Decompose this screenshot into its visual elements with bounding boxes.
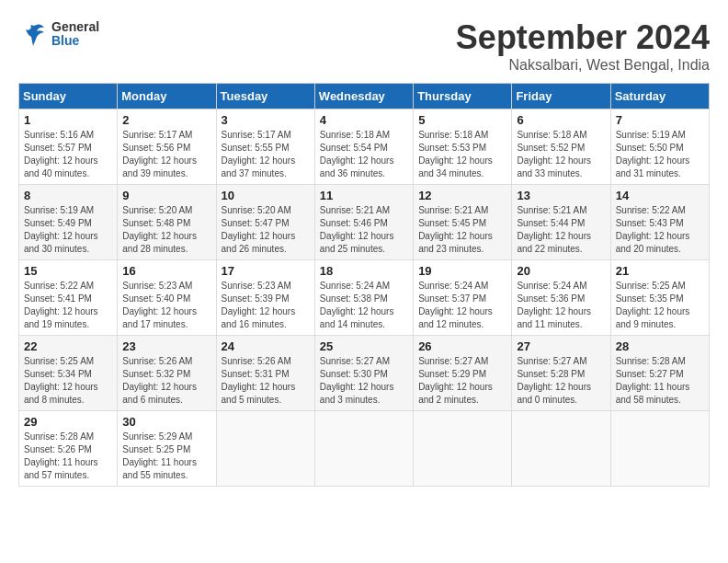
logo-text: General Blue <box>51 20 99 49</box>
weekday-header: Saturday <box>610 84 709 109</box>
weekday-header: Friday <box>512 84 610 109</box>
day-number: 26 <box>418 339 506 353</box>
day-number: 2 <box>122 113 210 127</box>
day-number: 10 <box>222 189 310 202</box>
day-info: Sunrise: 5:25 AMSunset: 5:35 PMDaylight:… <box>616 280 704 331</box>
calendar-cell: 17Sunrise: 5:23 AMSunset: 5:39 PMDayligh… <box>216 260 314 336</box>
day-info: Sunrise: 5:29 AMSunset: 5:25 PMDaylight:… <box>122 431 210 482</box>
calendar-cell <box>314 411 413 487</box>
day-info: Sunrise: 5:22 AMSunset: 5:43 PMDaylight:… <box>616 204 704 256</box>
day-info: Sunrise: 5:24 AMSunset: 5:36 PMDaylight:… <box>517 280 605 331</box>
calendar-cell: 19Sunrise: 5:24 AMSunset: 5:37 PMDayligh… <box>414 260 512 336</box>
day-number: 8 <box>24 189 112 202</box>
calendar-cell: 3Sunrise: 5:17 AMSunset: 5:55 PMDaylight… <box>216 109 314 185</box>
day-info: Sunrise: 5:18 AMSunset: 5:52 PMDaylight:… <box>517 129 605 180</box>
day-info: Sunrise: 5:16 AMSunset: 5:57 PMDaylight:… <box>24 129 112 180</box>
day-info: Sunrise: 5:19 AMSunset: 5:49 PMDaylight:… <box>24 204 112 256</box>
logo-blue: Blue <box>51 34 99 48</box>
day-number: 12 <box>418 189 506 202</box>
day-info: Sunrise: 5:26 AMSunset: 5:31 PMDaylight:… <box>222 355 310 407</box>
day-number: 30 <box>122 415 210 429</box>
day-info: Sunrise: 5:18 AMSunset: 5:54 PMDaylight:… <box>320 129 408 180</box>
day-number: 29 <box>24 415 112 429</box>
day-number: 17 <box>222 264 310 278</box>
calendar-cell: 1Sunrise: 5:16 AMSunset: 5:57 PMDaylight… <box>19 109 118 185</box>
day-number: 28 <box>616 339 704 353</box>
day-info: Sunrise: 5:17 AMSunset: 5:56 PMDaylight:… <box>122 129 210 180</box>
calendar-cell: 30Sunrise: 5:29 AMSunset: 5:25 PMDayligh… <box>118 411 216 487</box>
calendar-cell: 21Sunrise: 5:25 AMSunset: 5:35 PMDayligh… <box>610 260 709 336</box>
calendar-cell <box>610 411 709 487</box>
day-number: 4 <box>320 113 408 127</box>
calendar-cell: 12Sunrise: 5:21 AMSunset: 5:45 PMDayligh… <box>414 185 512 260</box>
day-info: Sunrise: 5:25 AMSunset: 5:34 PMDaylight:… <box>24 355 112 407</box>
day-info: Sunrise: 5:28 AMSunset: 5:26 PMDaylight:… <box>24 431 112 482</box>
calendar-cell: 28Sunrise: 5:28 AMSunset: 5:27 PMDayligh… <box>610 336 709 411</box>
day-info: Sunrise: 5:23 AMSunset: 5:40 PMDaylight:… <box>122 280 210 331</box>
weekday-header: Monday <box>118 84 216 109</box>
calendar-cell: 8Sunrise: 5:19 AMSunset: 5:49 PMDaylight… <box>19 185 118 260</box>
calendar-cell: 6Sunrise: 5:18 AMSunset: 5:52 PMDaylight… <box>512 109 610 185</box>
day-info: Sunrise: 5:20 AMSunset: 5:47 PMDaylight:… <box>222 204 310 256</box>
calendar-cell: 10Sunrise: 5:20 AMSunset: 5:47 PMDayligh… <box>216 185 314 260</box>
day-info: Sunrise: 5:23 AMSunset: 5:39 PMDaylight:… <box>222 280 310 331</box>
calendar-cell: 22Sunrise: 5:25 AMSunset: 5:34 PMDayligh… <box>19 336 118 411</box>
day-number: 7 <box>616 113 704 127</box>
calendar-cell: 20Sunrise: 5:24 AMSunset: 5:36 PMDayligh… <box>512 260 610 336</box>
logo-general: General <box>51 20 99 34</box>
day-info: Sunrise: 5:20 AMSunset: 5:48 PMDaylight:… <box>122 204 210 256</box>
day-number: 11 <box>320 189 408 202</box>
day-info: Sunrise: 5:22 AMSunset: 5:41 PMDaylight:… <box>24 280 112 331</box>
calendar-cell: 29Sunrise: 5:28 AMSunset: 5:26 PMDayligh… <box>19 411 118 487</box>
calendar-cell: 9Sunrise: 5:20 AMSunset: 5:48 PMDaylight… <box>118 185 216 260</box>
day-number: 14 <box>616 189 704 202</box>
day-number: 23 <box>122 339 210 353</box>
weekday-header: Wednesday <box>314 84 413 109</box>
day-info: Sunrise: 5:27 AMSunset: 5:29 PMDaylight:… <box>418 355 506 407</box>
calendar-week-row: 22Sunrise: 5:25 AMSunset: 5:34 PMDayligh… <box>19 336 710 411</box>
day-number: 6 <box>517 113 605 127</box>
logo-container: General Blue <box>18 18 99 50</box>
calendar-cell: 23Sunrise: 5:26 AMSunset: 5:32 PMDayligh… <box>118 336 216 411</box>
calendar-week-row: 8Sunrise: 5:19 AMSunset: 5:49 PMDaylight… <box>19 185 710 260</box>
day-number: 18 <box>320 264 408 278</box>
logo: General Blue <box>18 18 99 50</box>
day-number: 24 <box>222 339 310 353</box>
day-info: Sunrise: 5:27 AMSunset: 5:30 PMDaylight:… <box>320 355 408 407</box>
weekday-header: Tuesday <box>216 84 314 109</box>
calendar-cell: 13Sunrise: 5:21 AMSunset: 5:44 PMDayligh… <box>512 185 610 260</box>
calendar-cell: 26Sunrise: 5:27 AMSunset: 5:29 PMDayligh… <box>414 336 512 411</box>
calendar-cell: 5Sunrise: 5:18 AMSunset: 5:53 PMDaylight… <box>414 109 512 185</box>
day-number: 21 <box>616 264 704 278</box>
day-number: 1 <box>24 113 112 127</box>
calendar-cell <box>216 411 314 487</box>
calendar-cell: 2Sunrise: 5:17 AMSunset: 5:56 PMDaylight… <box>118 109 216 185</box>
day-number: 25 <box>320 339 408 353</box>
calendar-header-row: SundayMondayTuesdayWednesdayThursdayFrid… <box>19 84 710 109</box>
day-info: Sunrise: 5:24 AMSunset: 5:37 PMDaylight:… <box>418 280 506 331</box>
day-number: 27 <box>517 339 605 353</box>
calendar-cell: 27Sunrise: 5:27 AMSunset: 5:28 PMDayligh… <box>512 336 610 411</box>
day-number: 13 <box>517 189 605 202</box>
calendar-cell: 24Sunrise: 5:26 AMSunset: 5:31 PMDayligh… <box>216 336 314 411</box>
day-info: Sunrise: 5:17 AMSunset: 5:55 PMDaylight:… <box>222 129 310 180</box>
day-number: 22 <box>24 339 112 353</box>
weekday-header: Sunday <box>19 84 118 109</box>
day-number: 20 <box>517 264 605 278</box>
day-number: 19 <box>418 264 506 278</box>
day-number: 15 <box>24 264 112 278</box>
month-title: September 2024 <box>456 18 710 57</box>
weekday-header: Thursday <box>414 84 512 109</box>
day-number: 5 <box>418 113 506 127</box>
calendar-cell: 25Sunrise: 5:27 AMSunset: 5:30 PMDayligh… <box>314 336 413 411</box>
location-title: Naksalbari, West Bengal, India <box>456 57 710 74</box>
calendar-cell <box>414 411 512 487</box>
calendar-cell: 4Sunrise: 5:18 AMSunset: 5:54 PMDaylight… <box>314 109 413 185</box>
calendar-cell: 7Sunrise: 5:19 AMSunset: 5:50 PMDaylight… <box>610 109 709 185</box>
day-info: Sunrise: 5:26 AMSunset: 5:32 PMDaylight:… <box>122 355 210 407</box>
calendar-week-row: 15Sunrise: 5:22 AMSunset: 5:41 PMDayligh… <box>19 260 710 336</box>
day-info: Sunrise: 5:27 AMSunset: 5:28 PMDaylight:… <box>517 355 605 407</box>
day-number: 3 <box>222 113 310 127</box>
day-number: 16 <box>122 264 210 278</box>
day-info: Sunrise: 5:18 AMSunset: 5:53 PMDaylight:… <box>418 129 506 180</box>
